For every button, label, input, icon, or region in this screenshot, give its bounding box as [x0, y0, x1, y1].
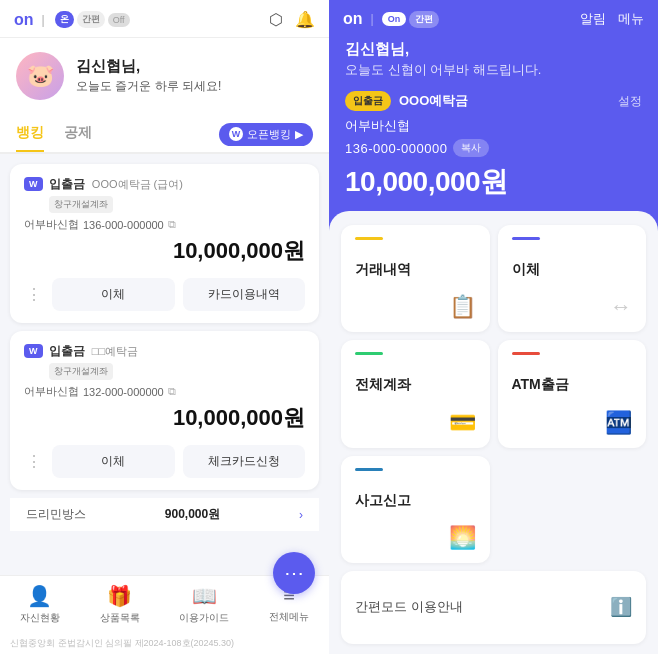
open-bank-label: 오픈뱅킹 [247, 127, 291, 142]
account-2-action-transfer[interactable]: 이체 [52, 445, 175, 478]
info-card[interactable]: 간편모드 이용안내 ℹ️ [341, 571, 646, 644]
left-footer: 신협중앙회 준법감시인 심의필 제2024-108호(20245.30) [0, 635, 329, 654]
menu-label-transfer: 이체 [512, 261, 633, 279]
user-sub: 오늘도 즐거운 하루 되세요! [76, 78, 221, 95]
accent-accident [355, 468, 383, 471]
fab-icon: ⋯ [284, 561, 304, 585]
right-user-sub: 오늘도 신협이 어부바 해드립니다. [345, 61, 642, 79]
menu-card-atm[interactable]: ATM출금 🏧 [498, 340, 647, 447]
menu-card-allaccount[interactable]: 전체계좌 💳 [341, 340, 490, 447]
right-amount: 10,000,000원 [345, 163, 642, 201]
left-tabs: 뱅킹 공제 W 오픈뱅킹 ▶ [0, 116, 329, 154]
left-panel: on | 온 간편 Off ⬡ 🔔 🐷 김신협님, 오늘도 즐거운 하루 되세요… [0, 0, 329, 654]
left-user-section: 🐷 김신협님, 오늘도 즐거운 하루 되세요! [0, 38, 329, 116]
menu-icon-transaction: 📋 [449, 294, 476, 320]
menu-label-atm: ATM출금 [512, 376, 633, 394]
account-1-number: 136-000-000000 [83, 219, 164, 231]
right-badge-on: On [382, 12, 407, 26]
menu-card-transfer[interactable]: 이체 ↔️ [498, 225, 647, 332]
tag-yetakeum: OOO예탁금 [399, 92, 468, 110]
account-2-info: 입출금 □□예탁금 창구개설계좌 [49, 343, 139, 380]
nav-label-guide: 이용가이드 [179, 611, 229, 625]
separator: | [42, 13, 45, 27]
alarm-label[interactable]: 알림 [580, 10, 606, 28]
right-copy-button[interactable]: 복사 [453, 139, 489, 157]
info-icon: ℹ️ [610, 596, 632, 618]
right-header: on | On 간편 알림 메뉴 [329, 0, 658, 36]
account-1-product: OOO예탁금 (급여) [92, 178, 183, 190]
bottom-amount: 900,000원 [165, 506, 220, 523]
right-account-number: 136-000-000000 [345, 141, 447, 156]
account-1-dots[interactable]: ⋮ [24, 278, 44, 311]
mode-badges: 온 간편 Off [55, 11, 130, 28]
w-badge-2: W [24, 344, 43, 358]
user-greeting: 김신협님, 오늘도 즐거운 하루 되세요! [76, 57, 221, 95]
account-card-1: W 입출금 OOO예탁금 (급여) 창구개설계좌 어부바신협 136-000-0… [10, 164, 319, 323]
bottom-label: 드리민방스 [26, 506, 86, 523]
tag-ipchulkeum: 입출금 [345, 91, 391, 111]
tab-gongje[interactable]: 공제 [64, 116, 92, 152]
share-icon[interactable]: ⬡ [269, 10, 283, 29]
bottom-arrow: › [299, 508, 303, 522]
w-icon: W [229, 127, 243, 141]
right-user-name: 김신협님, [345, 40, 642, 59]
fab-button[interactable]: ⋯ [273, 552, 315, 594]
menu-icon-transfer: ↔️ [610, 294, 632, 320]
tab-banking[interactable]: 뱅킹 [16, 116, 44, 152]
open-bank-arrow: ▶ [295, 128, 303, 141]
right-user-section: 김신협님, 오늘도 신협이 어부바 해드립니다. [329, 36, 658, 91]
nav-label-menu: 전체메뉴 [269, 610, 309, 624]
right-badge-ganpin: 간편 [409, 11, 439, 28]
menu-icon-allaccount: 💳 [449, 410, 476, 436]
nav-item-guide[interactable]: 📖 이용가이드 [179, 584, 229, 625]
right-logo: on [343, 10, 363, 28]
menu-card-accident[interactable]: 사고신고 🌅 [341, 456, 490, 563]
copy-icon-2[interactable]: ⧉ [168, 385, 176, 398]
account-2-amount: 10,000,000원 [24, 403, 305, 433]
badge-ganpin: 간편 [77, 11, 105, 28]
account-1-info: 입출금 OOO예탁금 (급여) 창구개설계좌 [49, 176, 183, 213]
account-card-1-header: W 입출금 OOO예탁금 (급여) 창구개설계좌 [24, 176, 305, 213]
menu-icon-accident: 🌅 [449, 525, 476, 551]
account-2-number-row: 어부바신협 132-000-000000 ⧉ [24, 384, 305, 399]
account-1-action-card[interactable]: 카드이용내역 [183, 278, 306, 311]
left-header-icons: ⬡ 🔔 [269, 10, 315, 29]
account-1-type: 입출금 OOO예탁금 (급여) [49, 176, 183, 193]
account-2-sub-badge: 창구개설계좌 [49, 363, 113, 380]
open-bank-button[interactable]: W 오픈뱅킹 ▶ [219, 123, 313, 146]
right-account-section: 입출금 OOO예탁금 설정 어부바신협 136-000-000000 복사 10… [329, 91, 658, 211]
account-1-sub-badge: 창구개설계좌 [49, 196, 113, 213]
right-account-tags: 입출금 OOO예탁금 설정 [345, 91, 642, 111]
right-mode-badges: On 간편 [382, 11, 440, 28]
accent-transfer [512, 237, 540, 240]
account-1-number-row: 어부바신협 136-000-000000 ⧉ [24, 217, 305, 232]
menu-card-transaction[interactable]: 거래내역 📋 [341, 225, 490, 332]
user-name: 김신협님, [76, 57, 221, 76]
right-panel: on | On 간편 알림 메뉴 김신협님, 오늘도 신협이 어부바 해드립니다… [329, 0, 658, 654]
asset-icon: 👤 [27, 584, 52, 608]
copy-icon-1[interactable]: ⧉ [168, 218, 176, 231]
badge-off: Off [108, 13, 130, 27]
accent-allaccount [355, 352, 383, 355]
menu-label-transaction: 거래내역 [355, 261, 476, 279]
tag-setting[interactable]: 설정 [618, 93, 642, 110]
account-2-dots[interactable]: ⋮ [24, 445, 44, 478]
left-bottom-row: 드리민방스 900,000원 › [10, 498, 319, 531]
account-2-action-check-card[interactable]: 체크카드신청 [183, 445, 306, 478]
nav-label-asset: 자신현황 [20, 611, 60, 625]
menu-label[interactable]: 메뉴 [618, 10, 644, 28]
account-1-action-transfer[interactable]: 이체 [52, 278, 175, 311]
right-separator: | [371, 12, 374, 26]
nav-item-asset[interactable]: 👤 자신현황 [20, 584, 60, 625]
accent-atm [512, 352, 540, 355]
left-header: on | 온 간편 Off ⬡ 🔔 [0, 0, 329, 38]
avatar: 🐷 [16, 52, 64, 100]
account-1-actions: ⋮ 이체 카드이용내역 [24, 278, 305, 311]
bell-icon[interactable]: 🔔 [295, 10, 315, 29]
right-bank-name: 어부바신협 [345, 117, 642, 135]
nav-item-products[interactable]: 🎁 상품목록 [100, 584, 140, 625]
info-label: 간편모드 이용안내 [355, 598, 463, 616]
account-card-2-header: W 입출금 □□예탁금 창구개설계좌 [24, 343, 305, 380]
right-account-number-row: 136-000-000000 복사 [345, 139, 642, 157]
account-card-2: W 입출금 □□예탁금 창구개설계좌 어부바신협 132-000-000000 … [10, 331, 319, 490]
